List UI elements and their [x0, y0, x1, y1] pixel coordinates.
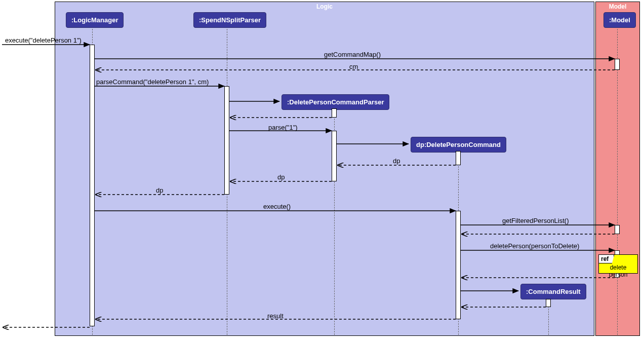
msg-getfilteredpersonlist: getFilteredPersonList()	[502, 217, 569, 224]
ref-content: delete person	[601, 264, 635, 278]
model-frame: Model	[595, 2, 640, 336]
participant-logicmanager: :LogicManager	[66, 12, 124, 28]
msg-execute: execute()	[263, 203, 291, 210]
activation-deletepersonparser-1	[332, 108, 337, 118]
activation-deletepersoncommand-2	[456, 211, 461, 319]
msg-dp-3: dp	[156, 186, 163, 194]
activation-deletepersonparser-2	[332, 131, 337, 181]
msg-cm: cm	[349, 63, 358, 70]
participant-deletepersoncommand: dp:DeletePersonCommand	[411, 137, 506, 153]
msg-dp-1: dp	[393, 157, 400, 165]
msg-deleteperson: deletePerson(personToDelete)	[490, 242, 579, 250]
activation-commandresult	[546, 299, 551, 307]
participant-model: :Model	[603, 12, 636, 28]
lifeline-model	[617, 26, 618, 335]
activation-model-1	[615, 59, 620, 70]
participant-deletepersonparser: :DeletePersonCommandParser	[281, 94, 389, 110]
model-frame-title: Model	[609, 3, 627, 10]
msg-result: result	[267, 312, 284, 320]
activation-logicmanager	[90, 45, 95, 326]
msg-execute-deleteperson: execute("deletePerson 1")	[5, 36, 82, 44]
ref-box: ref delete person	[598, 254, 638, 274]
ref-label: ref	[599, 255, 614, 263]
msg-parse: parse("1")	[268, 124, 298, 131]
activation-model-2	[615, 225, 620, 234]
participant-commandresult: :CommandResult	[520, 284, 586, 299]
activation-spendnsplitparser	[224, 86, 229, 195]
participant-spendnsplitparser: :SpendNSplitParser	[193, 12, 266, 28]
logic-frame-title: Logic	[316, 3, 333, 10]
msg-dp-2: dp	[277, 173, 285, 181]
msg-parsecommand: parseCommand("deletePerson 1", cm)	[96, 78, 209, 86]
msg-getcommandmap: getCommandMap()	[324, 51, 381, 58]
activation-deletepersoncommand-1	[456, 151, 461, 165]
